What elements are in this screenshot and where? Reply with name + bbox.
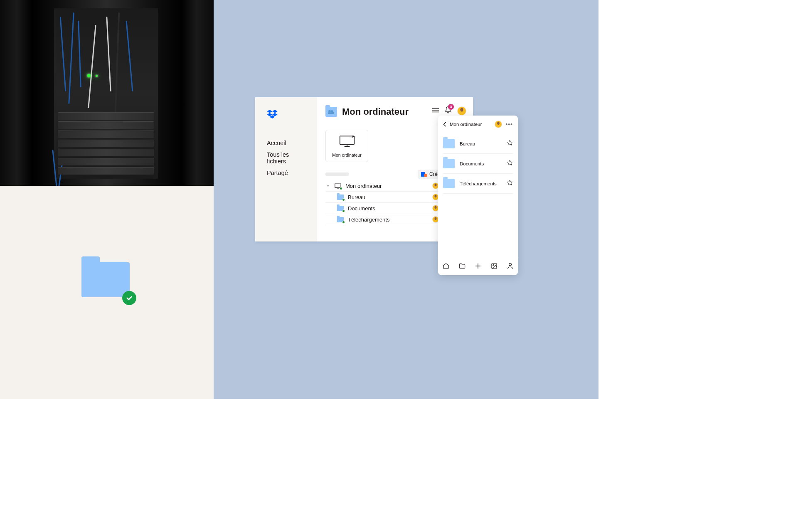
file-name: Téléchargements xyxy=(348,217,389,223)
user-avatar[interactable] xyxy=(457,106,466,116)
notification-count-badge: 3 xyxy=(448,104,454,110)
mobile-title: Mon ordinateur xyxy=(450,122,482,127)
file-name: Bureau xyxy=(348,194,365,200)
dropbox-mobile-window: Mon ordinateur ••• Bureau Documents Télé… xyxy=(438,116,518,275)
dropbox-logo-icon[interactable] xyxy=(267,110,317,121)
column-header-placeholder xyxy=(325,172,349,176)
svg-point-15 xyxy=(509,263,511,266)
folder-icon xyxy=(337,206,344,211)
tab-files-icon[interactable] xyxy=(459,263,466,271)
tab-photos-icon[interactable] xyxy=(491,263,498,271)
svg-marker-8 xyxy=(507,140,512,145)
back-chevron-icon[interactable] xyxy=(443,122,446,127)
item-label: Bureau xyxy=(460,141,475,146)
collapse-caret-icon[interactable]: ▾ xyxy=(327,184,330,188)
computer-card-label: Mon ordinateur xyxy=(329,153,365,158)
monitor-upload-icon xyxy=(339,135,355,148)
folder-icon xyxy=(443,139,455,148)
left-decorative-section xyxy=(0,0,214,399)
mobile-header: Mon ordinateur ••• xyxy=(438,116,518,132)
page-title: Mon ordinateur xyxy=(342,106,409,117)
folder-icon xyxy=(337,195,344,200)
sidebar-item-shared[interactable]: Partagé xyxy=(255,167,317,179)
folder-icon xyxy=(443,179,455,188)
create-icon xyxy=(421,171,427,177)
star-icon[interactable] xyxy=(507,160,513,167)
server-rack-photo xyxy=(0,0,214,186)
svg-marker-10 xyxy=(507,180,512,185)
svg-marker-9 xyxy=(507,160,512,165)
mobile-file-list: Bureau Documents Téléchargements xyxy=(438,132,518,258)
folder-icon xyxy=(337,217,344,222)
computer-device-card[interactable]: Mon ordinateur xyxy=(325,130,368,162)
sidebar: Accueil Tous les fichiers Partagé xyxy=(255,97,317,241)
synced-folder-illustration xyxy=(81,256,130,297)
menu-icon[interactable] xyxy=(432,107,439,115)
sidebar-item-home[interactable]: Accueil xyxy=(255,137,317,149)
mobile-item-downloads[interactable]: Téléchargements xyxy=(443,174,513,194)
item-label: Téléchargements xyxy=(460,181,497,186)
file-name: Documents xyxy=(348,205,375,212)
tab-create-icon[interactable] xyxy=(475,263,481,271)
sync-success-checkmark-icon xyxy=(122,291,136,305)
star-icon[interactable] xyxy=(507,180,513,187)
folder-illustration-area xyxy=(0,186,214,399)
folder-icon xyxy=(443,159,455,168)
tab-home-icon[interactable] xyxy=(443,263,449,271)
notifications-button[interactable]: 3 xyxy=(445,106,451,116)
file-name: Mon ordinateur xyxy=(345,183,382,189)
user-avatar[interactable] xyxy=(495,121,502,128)
svg-point-14 xyxy=(493,264,494,266)
sidebar-item-all-files[interactable]: Tous les fichiers xyxy=(255,149,317,167)
computer-sync-icon xyxy=(335,183,341,189)
more-menu-icon[interactable]: ••• xyxy=(505,123,513,126)
mobile-item-desktop[interactable]: Bureau xyxy=(443,134,513,154)
item-label: Documents xyxy=(460,161,484,166)
star-icon[interactable] xyxy=(507,140,513,148)
mobile-tabbar xyxy=(438,258,518,275)
shared-folder-icon xyxy=(325,107,337,117)
mobile-item-documents[interactable]: Documents xyxy=(443,154,513,174)
tab-account-icon[interactable] xyxy=(507,263,513,271)
